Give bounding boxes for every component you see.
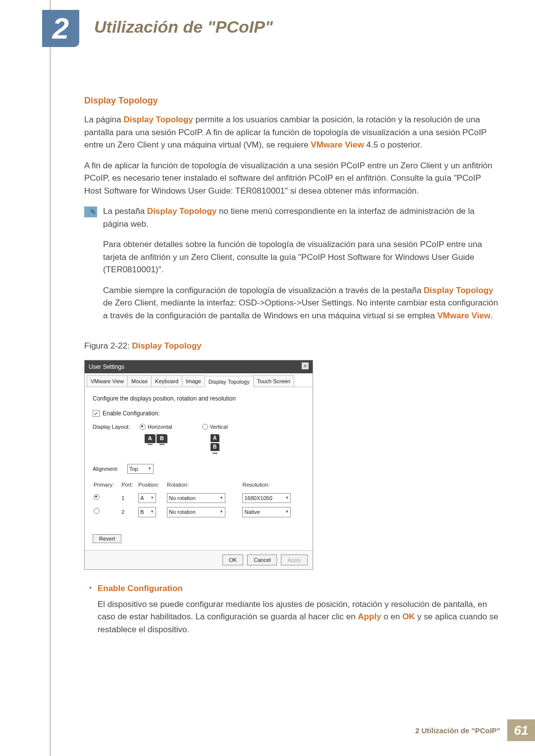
col-rotation: Rotation: (166, 479, 242, 491)
monitor-a-v-icon: A (211, 434, 219, 442)
col-position: Position: (137, 479, 166, 491)
primary-radio-2[interactable] (94, 508, 100, 514)
left-margin-rule (50, 0, 51, 756)
resolution-select-2[interactable]: Native▼ (242, 507, 291, 517)
chapter-title: Utilización de "PCoIP" (94, 17, 273, 37)
enable-configuration-label: Enable Configuration: (103, 409, 160, 418)
layout-horizontal-label: Horizontal (148, 423, 172, 431)
rotation-select-1[interactable]: No rotation▼ (167, 493, 225, 504)
tab-display-topology[interactable]: Display Topology (205, 376, 254, 388)
layout-vertical-label: Vertical (210, 423, 228, 431)
monitor-b-icon: B (157, 434, 167, 443)
alignment-label: Alignment: (93, 465, 127, 473)
paragraph-1: La página Display Topology permite a los… (84, 113, 500, 151)
note-paragraph-3: Cambie siempre la configuración de topol… (103, 284, 500, 322)
dialog-title: User Settings (89, 362, 124, 371)
position-select-2[interactable]: B▼ (138, 507, 156, 517)
revert-button[interactable]: Revert (93, 534, 121, 543)
figure-caption: Figura 2-22: Display Topology (84, 340, 500, 353)
table-row: 1 A▼ No rotation▼ 1680X1050▼ (93, 491, 305, 505)
tab-mouse[interactable]: Mouse (127, 375, 152, 387)
col-primary: Primary: (93, 479, 120, 491)
position-select-1[interactable]: A▼ (138, 493, 156, 504)
dialog-tabs: VMware View Mouse Keyboard Image Display… (85, 373, 313, 388)
resolution-select-1[interactable]: 1680X1050▼ (242, 493, 291, 504)
tab-keyboard[interactable]: Keyboard (151, 375, 182, 387)
term-vmware-view: VMware View (311, 140, 364, 150)
paragraph-2: A fin de aplicar la función de topología… (84, 159, 500, 198)
apply-button[interactable]: Apply (281, 554, 308, 566)
ok-button[interactable]: OK (222, 554, 243, 566)
table-row: 2 B▼ No rotation▼ Native▼ (93, 505, 305, 519)
tab-touch-screen[interactable]: Touch Screen (253, 375, 294, 387)
note-paragraph-1: La pestaña Display Topology no tiene men… (103, 205, 500, 230)
alignment-select[interactable]: Top▼ (127, 464, 154, 474)
user-settings-dialog: User Settings × VMware View Mouse Keyboa… (84, 360, 313, 570)
bullet-icon: • (89, 582, 92, 636)
port-1: 1 (120, 491, 137, 505)
rotation-select-2[interactable]: No rotation▼ (167, 507, 225, 517)
chapter-number-badge: 2 (42, 10, 79, 47)
layout-vertical-radio[interactable] (202, 424, 208, 430)
cancel-button[interactable]: Cancel (247, 554, 277, 566)
display-layout-label: Display Layout: (93, 423, 140, 431)
note-icon (84, 206, 97, 217)
primary-radio-1[interactable] (94, 494, 100, 500)
layout-horizontal-radio[interactable] (140, 424, 146, 430)
close-icon[interactable]: × (302, 362, 309, 369)
bullet-title: Enable Configuration (98, 582, 500, 595)
chevron-down-icon: ▼ (148, 466, 152, 472)
col-port: Port: (120, 479, 137, 491)
bullet-text: El dispositivo se puede configurar media… (98, 598, 500, 636)
tab-image[interactable]: Image (182, 375, 205, 387)
monitor-b-v-icon: B (211, 443, 219, 451)
dialog-instruction: Configure the displays position, rotatio… (93, 394, 305, 403)
note-paragraph-2: Para obtener detalles sobre la función d… (103, 238, 500, 276)
page-number: 61 (507, 719, 535, 741)
tab-vmware-view[interactable]: VMware View (87, 375, 128, 387)
enable-configuration-checkbox[interactable]: ✔ (93, 410, 100, 417)
col-resolution: Resolution: (241, 479, 305, 491)
term-display-topology: Display Topology (123, 115, 193, 124)
section-heading: Display Topology (84, 94, 500, 107)
footer-chapter-label: 2 Utilización de "PCoIP" (415, 726, 507, 735)
monitor-a-icon: A (145, 434, 156, 443)
port-2: 2 (120, 505, 137, 519)
